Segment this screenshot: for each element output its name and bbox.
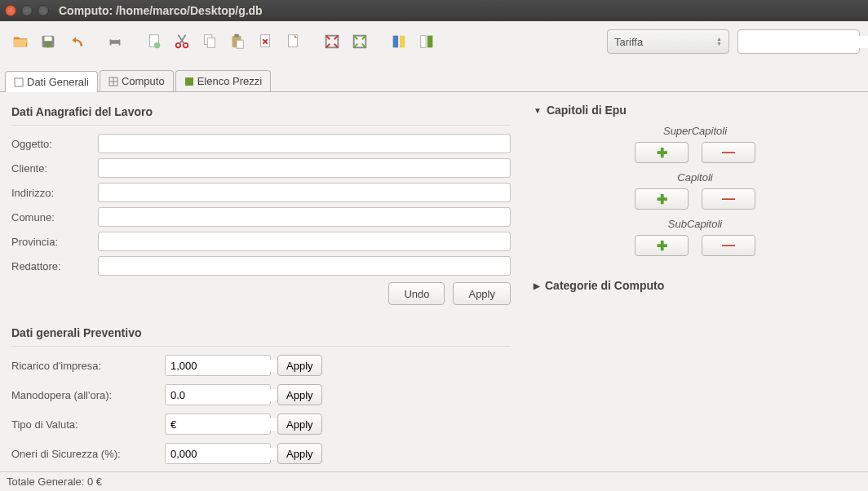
label-manodopera: Manodopera (all'ora): (11, 389, 158, 401)
apply-ricarico[interactable]: Apply (277, 355, 322, 376)
input-redattore[interactable] (98, 256, 511, 276)
label-supercapitoli: SuperCapitoli (534, 125, 857, 137)
copy-icon[interactable] (197, 29, 222, 54)
minus-icon: — (722, 192, 735, 206)
print-icon[interactable] (103, 29, 127, 54)
tab-computo[interactable]: Computo (100, 70, 174, 91)
label-capitoli: Capitoli (534, 171, 857, 184)
doc-icon (14, 77, 24, 87)
titlebar: Computo: /home/marco/Desktop/g.db (0, 0, 868, 21)
minus-icon: — (722, 238, 735, 253)
paste-icon[interactable] (225, 29, 250, 54)
anagrafica-title: Dati Anagrafici del Lavoro (11, 105, 511, 118)
undo-button[interactable]: Undo (388, 282, 445, 305)
search-input[interactable] (746, 36, 868, 48)
tab-label: Elenco Prezzi (197, 75, 262, 87)
tariffa-label: Tariffa (614, 36, 643, 48)
svg-rect-13 (237, 40, 243, 48)
list-icon (184, 77, 194, 86)
save-icon[interactable] (36, 29, 60, 54)
input-indirizzo[interactable] (98, 183, 511, 202)
remove-capitolo-button[interactable]: — (702, 188, 755, 210)
spinner-icon: ▲▼ (716, 37, 722, 46)
tab-elenco-prezzi[interactable]: Elenco Prezzi (175, 70, 271, 91)
table-icon (108, 77, 118, 86)
add-supercapitolo-button[interactable]: ✚ (635, 142, 689, 163)
input-valuta-box[interactable] (165, 414, 271, 435)
label-oggetto: Oggetto: (11, 138, 98, 150)
svg-rect-12 (234, 34, 239, 38)
spin-oneri[interactable]: ▲▼ (165, 443, 271, 464)
close-icon[interactable] (5, 5, 16, 16)
tab-dati-generali[interactable]: Dati Generali (5, 71, 98, 92)
input-manodopera-box[interactable] (165, 384, 271, 405)
fullscreen-icon[interactable] (320, 29, 344, 54)
svg-rect-4 (111, 44, 118, 48)
status-text: Totale Generale: 0 € (7, 476, 102, 488)
chevron-right-icon: ▶ (534, 281, 540, 290)
label-oneri: Oneri di Sicurezza (%): (11, 448, 158, 460)
svg-rect-18 (393, 36, 398, 48)
svg-rect-25 (185, 77, 193, 86)
window-title: Computo: /home/marco/Desktop/g.db (59, 4, 263, 17)
apply-oneri[interactable]: Apply (277, 443, 322, 464)
label-cliente: Cliente: (11, 162, 98, 175)
label-redattore: Redattore: (11, 260, 98, 272)
input-oggetto[interactable] (98, 134, 511, 153)
svg-rect-1 (44, 37, 51, 42)
new-doc-icon[interactable] (142, 29, 166, 54)
left-panel: Dati Anagrafici del Lavoro Oggetto: Clie… (0, 92, 522, 471)
minimize-icon[interactable] (21, 5, 33, 16)
categorie-title: Categorie di Computo (545, 279, 664, 292)
label-subcapitoli: SubCapitoli (534, 218, 857, 230)
svg-rect-21 (427, 36, 432, 48)
label-indirizzo: Indirizzo: (11, 187, 98, 199)
label-comune: Comune: (11, 211, 98, 223)
add-subcapitolo-button[interactable]: ✚ (635, 235, 689, 256)
apply-valuta[interactable]: Apply (277, 414, 322, 435)
toolbar: Tariffa ▲▼ × (0, 21, 868, 62)
tabbar: Dati Generali Computo Elenco Prezzi (0, 62, 868, 91)
input-provincia[interactable] (98, 232, 511, 251)
remove-supercapitolo-button[interactable]: — (702, 142, 755, 163)
statusbar: Totale Generale: 0 € (0, 471, 868, 491)
column-left-icon[interactable] (387, 29, 411, 54)
svg-rect-20 (421, 36, 426, 48)
page-icon[interactable] (281, 29, 305, 54)
delete-icon[interactable] (253, 29, 277, 54)
label-provincia: Provincia: (11, 236, 98, 248)
input-cliente[interactable] (98, 158, 511, 178)
preventivo-title: Dati generali Preventivo (11, 326, 511, 339)
plus-icon: ✚ (657, 192, 667, 207)
apply-button[interactable]: Apply (453, 282, 511, 305)
maximize-icon[interactable] (38, 5, 49, 16)
svg-rect-19 (400, 36, 405, 48)
divider (11, 125, 511, 126)
svg-rect-3 (111, 36, 118, 41)
open-icon[interactable] (8, 29, 33, 54)
expander-epu[interactable]: ▼ Capitoli di Epu (534, 104, 857, 117)
spin-ricarico[interactable]: ▲▼ (165, 355, 271, 376)
svg-point-6 (154, 42, 160, 48)
remove-subcapitolo-button[interactable]: — (702, 235, 755, 256)
minus-icon: — (722, 145, 735, 160)
chevron-down-icon: ▼ (534, 106, 542, 115)
svg-rect-23 (15, 78, 23, 86)
fit-icon[interactable] (348, 29, 372, 54)
plus-icon: ✚ (657, 145, 667, 161)
svg-rect-10 (207, 38, 215, 47)
epu-title: Capitoli di Epu (547, 104, 627, 117)
undo-icon[interactable] (64, 29, 88, 54)
expander-categorie[interactable]: ▶ Categorie di Computo (534, 279, 857, 292)
plus-icon: ✚ (657, 238, 667, 254)
tariffa-select[interactable]: Tariffa ▲▼ (607, 29, 729, 54)
add-capitolo-button[interactable]: ✚ (635, 188, 689, 210)
input-comune[interactable] (98, 207, 511, 227)
tab-label: Computo (122, 75, 165, 87)
search-box[interactable]: × (737, 29, 860, 54)
label-ricarico: Ricarico d'impresa: (11, 360, 158, 372)
cut-icon[interactable] (170, 29, 194, 54)
content: Dati Anagrafici del Lavoro Oggetto: Clie… (0, 91, 868, 471)
column-right-icon[interactable] (414, 29, 439, 54)
apply-manodopera[interactable]: Apply (277, 384, 322, 405)
